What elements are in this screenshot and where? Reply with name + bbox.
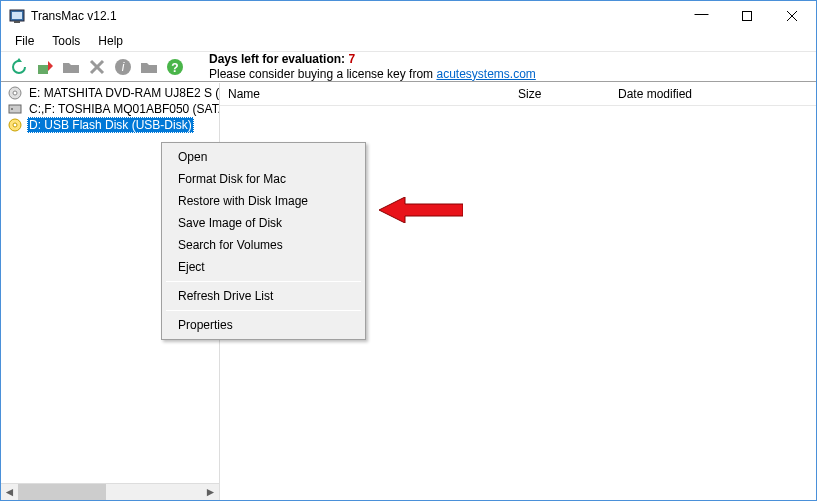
- menu-file[interactable]: File: [7, 32, 42, 50]
- ctx-refresh-drive-list[interactable]: Refresh Drive List: [164, 285, 363, 307]
- delete-icon[interactable]: [87, 57, 107, 77]
- new-folder-icon[interactable]: [139, 57, 159, 77]
- cd-icon: [7, 85, 23, 101]
- svg-point-16: [11, 108, 13, 110]
- help-icon[interactable]: ?: [165, 57, 185, 77]
- toolbar: i ? Days left for evaluation: 7 Please c…: [1, 51, 816, 82]
- svg-rect-3: [742, 11, 751, 20]
- column-name[interactable]: Name: [220, 87, 510, 101]
- scroll-right-button[interactable]: ►: [202, 484, 219, 500]
- ctx-format-disk-for-mac[interactable]: Format Disk for Mac: [164, 168, 363, 190]
- tree-item-label: E: MATSHITA DVD-RAM UJ8E2 S (SATA): [27, 86, 219, 100]
- app-icon: [9, 8, 25, 24]
- window-controls: —: [679, 1, 814, 31]
- refresh-icon[interactable]: [9, 57, 29, 77]
- column-size[interactable]: Size: [510, 87, 610, 101]
- content-area: E: MATSHITA DVD-RAM UJ8E2 S (SATA) C:,F:…: [1, 83, 816, 500]
- maximize-button[interactable]: [724, 1, 769, 30]
- tree-h-scrollbar[interactable]: ◄ ►: [1, 483, 219, 500]
- ctx-open[interactable]: Open: [164, 146, 363, 168]
- cd-icon: [7, 117, 23, 133]
- acutesystems-link[interactable]: acutesystems.com: [436, 67, 535, 81]
- tree-item-cf-drive[interactable]: C:,F: TOSHIBA MQ01ABF050 (SATA-Disk): [7, 101, 219, 117]
- menu-tools[interactable]: Tools: [44, 32, 88, 50]
- svg-point-18: [13, 123, 17, 127]
- menubar: File Tools Help: [1, 31, 816, 51]
- tree-item-d-drive[interactable]: D: USB Flash Disk (USB-Disk): [7, 117, 219, 133]
- titlebar: TransMac v12.1 —: [1, 1, 816, 31]
- scroll-track[interactable]: [18, 484, 202, 500]
- svg-rect-1: [12, 12, 22, 19]
- window-title: TransMac v12.1: [31, 9, 679, 23]
- info-icon[interactable]: i: [113, 57, 133, 77]
- svg-text:i: i: [122, 60, 125, 74]
- svg-rect-15: [9, 105, 21, 113]
- svg-point-14: [13, 91, 17, 95]
- scroll-thumb[interactable]: [18, 484, 106, 500]
- svg-text:?: ?: [171, 61, 178, 75]
- ctx-search-for-volumes[interactable]: Search for Volumes: [164, 234, 363, 256]
- tree-item-e-drive[interactable]: E: MATSHITA DVD-RAM UJ8E2 S (SATA): [7, 85, 219, 101]
- tree-item-label: D: USB Flash Disk (USB-Disk): [27, 117, 194, 133]
- svg-rect-6: [38, 65, 48, 74]
- ctx-properties[interactable]: Properties: [164, 314, 363, 336]
- context-menu-separator: [166, 281, 361, 282]
- notice-buy-prefix: Please consider buying a license key fro…: [209, 67, 436, 81]
- minimize-button[interactable]: —: [679, 1, 724, 30]
- context-menu-separator: [166, 310, 361, 311]
- svg-rect-2: [14, 21, 20, 23]
- list-header: Name Size Date modified: [220, 83, 816, 106]
- days-left: 7: [348, 52, 355, 66]
- hdd-icon: [7, 101, 23, 117]
- notice-prefix: Days left for evaluation:: [209, 52, 348, 66]
- column-date[interactable]: Date modified: [610, 87, 816, 101]
- context-menu: Open Format Disk for Mac Restore with Di…: [161, 142, 366, 340]
- export-icon[interactable]: [35, 57, 55, 77]
- tree-item-label: C:,F: TOSHIBA MQ01ABF050 (SATA-Disk): [27, 102, 219, 116]
- app-window: TransMac v12.1 — File Tools Help i ? Day…: [0, 0, 817, 501]
- scroll-left-button[interactable]: ◄: [1, 484, 18, 500]
- menu-help[interactable]: Help: [90, 32, 131, 50]
- close-button[interactable]: [769, 1, 814, 30]
- ctx-restore-with-disk-image[interactable]: Restore with Disk Image: [164, 190, 363, 212]
- evaluation-notice: Days left for evaluation: 7 Please consi…: [209, 52, 536, 82]
- folder-icon[interactable]: [61, 57, 81, 77]
- ctx-eject[interactable]: Eject: [164, 256, 363, 278]
- ctx-save-image-of-disk[interactable]: Save Image of Disk: [164, 212, 363, 234]
